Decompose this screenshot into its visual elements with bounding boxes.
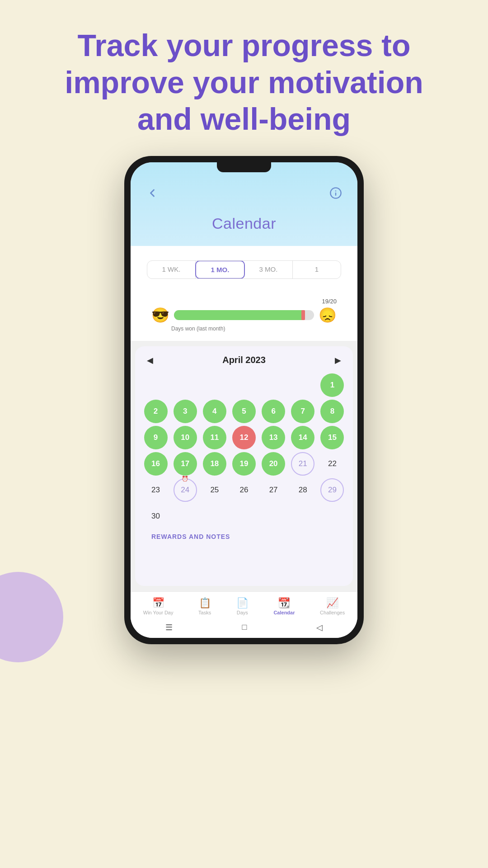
calendar-day-12[interactable]: 12 — [232, 426, 256, 449]
period-tab-1mo[interactable]: 1 MO. — [195, 260, 245, 279]
day-number: 4 — [212, 407, 216, 416]
day-number: 24 — [181, 486, 189, 495]
calendar-day-30[interactable]: 30 — [144, 505, 168, 528]
calendar-day-16[interactable]: 16 — [144, 452, 168, 476]
nav-icon-tasks: 📋 — [199, 597, 211, 609]
nav-label-win: Win Your Day — [143, 610, 174, 615]
nav-label-tasks: Tasks — [198, 610, 211, 615]
calendar-day-13[interactable]: 13 — [262, 426, 285, 449]
rewards-label[interactable]: REWARDS AND NOTES — [151, 533, 230, 540]
calendar-card: ◀ April 2023 ▶ 1234567891011121314151617… — [135, 346, 353, 586]
calendar-day-29[interactable]: 29 — [320, 478, 344, 502]
calendar-day-3[interactable]: 3 — [174, 400, 197, 423]
calendar-day-23[interactable]: 23 — [144, 478, 168, 502]
progress-container: 19/20 😎 😞 Days won (last month) — [131, 289, 357, 341]
info-button[interactable] — [328, 185, 344, 201]
progress-bar-fill — [174, 310, 304, 320]
calendar-day-20[interactable]: 20 — [262, 452, 285, 476]
calendar-day-22[interactable]: 22 — [320, 452, 344, 476]
progress-section: 19/20 😎 😞 Days won (last month) — [142, 292, 346, 336]
app-header: Calendar — [131, 162, 357, 246]
day-number: 28 — [299, 486, 307, 495]
day-number: 17 — [181, 459, 189, 468]
calendar-day-25[interactable]: 25 — [203, 478, 226, 502]
calendar-day-18[interactable]: 18 — [203, 452, 226, 476]
day-number: 6 — [271, 407, 275, 416]
day-number: 12 — [240, 433, 249, 442]
progress-bar-row: 😎 😞 — [151, 307, 337, 324]
android-back-button[interactable]: ◁ — [316, 623, 323, 632]
calendar-day-15[interactable]: 15 — [320, 426, 344, 449]
calendar-day-5[interactable]: 5 — [232, 400, 256, 423]
day-number: 29 — [328, 486, 337, 495]
next-month-button[interactable]: ▶ — [330, 354, 346, 367]
day-number: 2 — [154, 407, 158, 416]
period-selector-container: 1 WK.1 MO.3 MO.1 — [131, 246, 357, 289]
nav-item-win[interactable]: 📅Win Your Day — [140, 595, 177, 617]
day-number: 7 — [301, 407, 305, 416]
android-home-button[interactable]: □ — [242, 623, 247, 632]
nav-icon-days: 📄 — [236, 597, 249, 609]
day-number: 11 — [210, 433, 219, 442]
android-nav: ☰ □ ◁ — [131, 619, 357, 638]
calendar-day-10[interactable]: 10 — [174, 426, 197, 449]
calendar-day-6[interactable]: 6 — [262, 400, 285, 423]
calendar-day-27[interactable]: 27 — [262, 478, 285, 502]
calendar-day-empty-1 — [174, 373, 197, 397]
day-number: 16 — [151, 459, 160, 468]
progress-score: 19/20 — [151, 298, 337, 305]
nav-item-tasks[interactable]: 📋Tasks — [195, 595, 215, 617]
day-number: 30 — [151, 512, 160, 521]
phone-notch — [217, 162, 271, 172]
header-nav — [144, 185, 344, 201]
calendar-day-2[interactable]: 2 — [144, 400, 168, 423]
period-selector: 1 WK.1 MO.3 MO.1 — [147, 260, 341, 279]
emoji-good: 😎 — [151, 307, 169, 324]
phone-screen: Calendar 1 WK.1 MO.3 MO.1 19/20 😎 — [131, 162, 357, 638]
calendar-day-1[interactable]: 1 — [320, 373, 344, 397]
calendar-day-empty-4 — [262, 373, 285, 397]
calendar-day-19[interactable]: 19 — [232, 452, 256, 476]
nav-icon-calendar: 📆 — [278, 597, 290, 609]
day-number: 14 — [299, 433, 307, 442]
day-number: 27 — [269, 486, 278, 495]
back-button[interactable] — [144, 185, 160, 201]
calendar-day-8[interactable]: 8 — [320, 400, 344, 423]
calendar-day-14[interactable]: 14 — [291, 426, 314, 449]
calendar-day-7[interactable]: 7 — [291, 400, 314, 423]
phone-frame: Calendar 1 WK.1 MO.3 MO.1 19/20 😎 — [124, 156, 364, 644]
calendar-day-empty-5 — [291, 373, 314, 397]
calendar-day-empty-3 — [232, 373, 256, 397]
period-tab-1wk[interactable]: 1 WK. — [147, 261, 196, 278]
day-number: 18 — [210, 459, 219, 468]
prev-month-button[interactable]: ◀ — [142, 354, 158, 367]
page-headline: Track your progress to improve your moti… — [0, 0, 488, 156]
calendar-day-24[interactable]: ⏰24 — [174, 478, 197, 502]
calendar-day-26[interactable]: 26 — [232, 478, 256, 502]
alarm-icon: ⏰ — [182, 476, 188, 482]
calendar-day-9[interactable]: 9 — [144, 426, 168, 449]
period-tab-3mo[interactable]: 3 MO. — [244, 261, 293, 278]
day-number: 1 — [330, 381, 334, 390]
calendar-day-17[interactable]: 17 — [174, 452, 197, 476]
day-number: 26 — [240, 486, 249, 495]
emoji-bad: 😞 — [319, 307, 337, 324]
calendar-month: April 2023 — [222, 355, 266, 365]
day-number: 13 — [269, 433, 278, 442]
nav-item-calendar[interactable]: 📆Calendar — [270, 595, 298, 617]
calendar-day-empty-0 — [144, 373, 168, 397]
day-number: 20 — [269, 459, 278, 468]
period-tab-1[interactable]: 1 — [293, 261, 341, 278]
day-number: 19 — [240, 459, 249, 468]
day-number: 22 — [328, 459, 337, 468]
nav-label-challenges: Challenges — [320, 610, 345, 615]
nav-item-challenges[interactable]: 📈Challenges — [316, 595, 348, 617]
calendar-day-4[interactable]: 4 — [203, 400, 226, 423]
calendar-day-11[interactable]: 11 — [203, 426, 226, 449]
rewards-section: REWARDS AND NOTES — [142, 528, 346, 543]
calendar-day-28[interactable]: 28 — [291, 478, 314, 502]
decorative-blob — [0, 572, 63, 662]
calendar-day-21[interactable]: 21 — [291, 452, 314, 476]
android-menu-button[interactable]: ☰ — [165, 623, 173, 632]
nav-item-days[interactable]: 📄Days — [233, 595, 252, 617]
